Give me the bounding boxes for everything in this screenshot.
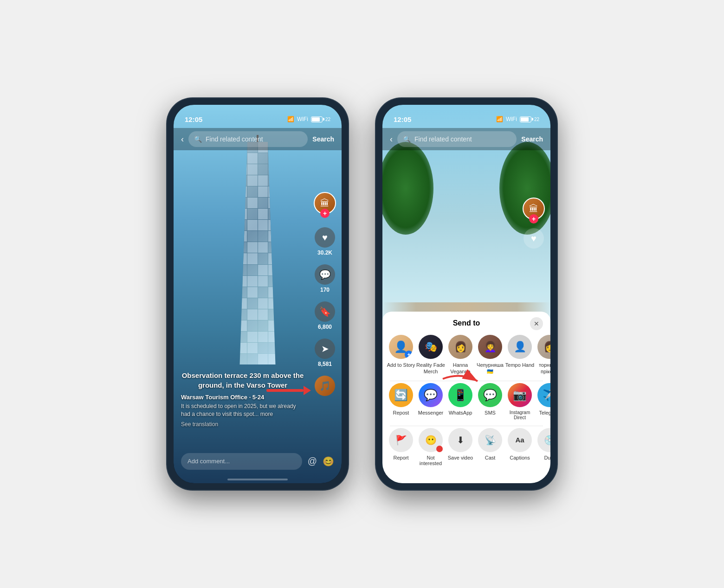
telegram-label: Telegram [539, 410, 550, 415]
repost-label: Repost [393, 410, 409, 415]
signal-icon: 📶 [287, 116, 294, 122]
like-button-1[interactable]: ♥ 30.2K [315, 227, 335, 256]
search-button-1[interactable]: Search [312, 135, 334, 143]
whatsapp-label: WhatsApp [449, 410, 472, 415]
search-placeholder-2: Find related content [414, 135, 472, 143]
at-icon-1[interactable]: @ [308, 456, 317, 467]
actions-row: 🚩 Report 😶 Not interested ⬇ Save video [382, 426, 550, 472]
app-repost[interactable]: 🔄 Repost [386, 383, 416, 420]
reality-avatar: 🎭 [419, 335, 443, 359]
add-story-plus: + [405, 351, 413, 359]
search-placeholder-1: Find related content [206, 135, 263, 143]
chep-avatar: 👩‍🦱 [478, 335, 502, 359]
emoji-icon-1[interactable]: 😊 [323, 456, 334, 467]
phone-2: 12:05 📶 WiFi 22 ‹ 🔍 Find related content… [376, 98, 557, 490]
action-report[interactable]: 🚩 Report [386, 428, 416, 466]
save-video-icon: ⬇ [448, 428, 472, 452]
search-icon-1: 🔍 [194, 135, 202, 143]
search-bar-1: ‹ 🔍 Find related content Search [174, 128, 342, 150]
signal-icon-2: 📶 [496, 116, 503, 122]
app-sms[interactable]: 💬 SMS [475, 383, 505, 420]
cast-label: Cast [485, 455, 496, 460]
add-story-label: Add to Story [387, 362, 415, 368]
cast-icon: 📡 [478, 428, 502, 452]
follow-plus-2[interactable]: + [529, 214, 538, 224]
bookmark-button-1[interactable]: 🔖 6,800 [315, 301, 335, 330]
status-bar-1: 12:05 📶 WiFi 22 [174, 105, 342, 128]
action-cast[interactable]: 📡 Cast [475, 428, 505, 466]
red-arrow-2 [438, 370, 485, 388]
action-save-video[interactable]: ⬇ Save video [446, 428, 475, 466]
search-bar-2: ‹ 🔍 Find related content Search [382, 128, 550, 150]
sheet-title: Send to [453, 319, 480, 327]
search-field-1[interactable]: 🔍 Find related content [188, 131, 308, 147]
status-icons-1: 📶 WiFi 22 [287, 116, 330, 122]
action-duet[interactable]: 💿 Duet [535, 428, 550, 466]
red-arrow-1 [266, 386, 311, 395]
contact-reality[interactable]: 🎭 Reality Fade Merch [416, 335, 446, 375]
wifi-icon: WiFi [297, 116, 308, 122]
add-story-avatar: 👤 + [389, 335, 413, 359]
like-button-2[interactable]: ♥ [524, 228, 544, 249]
status-bar-2: 12:05 📶 WiFi 22 [382, 105, 550, 128]
battery-percent-2: 22 [534, 117, 539, 122]
comment-button-1[interactable]: 💬 170 [315, 264, 335, 293]
contact-add-story[interactable]: 👤 + Add to Story [386, 335, 416, 375]
phone-1: 12:05 📶 WiFi 22 ‹ 🔍 Find related content… [167, 98, 348, 490]
report-label: Report [393, 455, 408, 460]
battery-icon [311, 116, 323, 122]
messenger-label: Messenger [418, 410, 443, 415]
action-not-interested[interactable]: 😶 Not interested [416, 428, 446, 466]
duet-label: Duet [544, 455, 550, 460]
captions-icon: Aa [508, 428, 532, 452]
tornvi-avatar: 👩 [537, 335, 550, 359]
save-video-label: Save video [448, 455, 473, 460]
caption-area-1: Observation terrace 230 m above the grou… [181, 371, 304, 428]
action-captions[interactable]: Aa Captions [505, 428, 535, 466]
comment-bar-1: Add comment... @ 😊 [174, 448, 342, 474]
back-button-1[interactable]: ‹ [181, 134, 184, 144]
sheet-header: Send to ✕ [382, 312, 550, 333]
follow-plus-1[interactable]: + [320, 209, 330, 218]
search-field-2[interactable]: 🔍 Find related content [397, 131, 517, 147]
contact-tempo[interactable]: 👤 Tempo Hand [505, 335, 535, 375]
app-instagram[interactable]: 📷 Instagram Direct [505, 383, 535, 420]
sheet-close-button[interactable]: ✕ [530, 317, 543, 330]
send-to-sheet: Send to ✕ 👤 + Add to Story 🎭 Reality Fad… [382, 312, 550, 483]
share-button-1[interactable]: ➤ 8,581 [315, 339, 335, 367]
hanna-avatar: 👩 [448, 335, 472, 359]
comment-placeholder-1: Add comment... [187, 458, 230, 465]
back-button-2[interactable]: ‹ [390, 134, 393, 144]
instagram-icon: 📷 [508, 383, 532, 407]
search-button-2[interactable]: Search [521, 135, 543, 143]
status-time-1: 12:05 [185, 115, 202, 123]
captions-label: Captions [510, 455, 530, 460]
contact-chep[interactable]: 👩‍🦱 Чепурняша 🇺🇦 [475, 335, 505, 375]
contact-hanna[interactable]: 👩 Hanna Veganna [446, 335, 475, 375]
tornvi-label: торнві і її пріколи [535, 362, 550, 375]
comment-input-1[interactable]: Add comment... [181, 453, 302, 470]
tempo-avatar: 👤 [508, 335, 532, 359]
instagram-label: Instagram Direct [505, 410, 535, 420]
repost-icon: 🔄 [389, 383, 413, 407]
app-telegram[interactable]: ✈️ Telegram [535, 383, 550, 420]
avatar-container-1[interactable]: 🏛 + [314, 192, 336, 214]
app-messenger[interactable]: 💬 Messenger [416, 383, 446, 420]
duet-icon: 💿 [537, 428, 550, 452]
music-button-1[interactable]: 🎵 [315, 376, 335, 396]
tempo-label: Tempo Hand [505, 362, 534, 368]
contact-tornvi[interactable]: 👩 торнві і її пріколи [535, 335, 550, 375]
status-icons-2: 📶 WiFi 22 [496, 116, 539, 122]
not-interested-label: Not interested [416, 455, 446, 466]
tree-left [382, 142, 433, 235]
app-whatsapp[interactable]: 📱 WhatsApp [446, 383, 475, 420]
home-indicator-1 [227, 479, 288, 480]
sms-label: SMS [485, 410, 496, 415]
action-buttons-2: 🏛 + ♥ [523, 198, 545, 249]
avatar-container-2[interactable]: 🏛 + [523, 198, 545, 220]
caption-translate-1[interactable]: See translation [181, 421, 304, 428]
action-buttons-1: 🏛 + ♥ 30.2K 💬 170 🔖 6,800 ➤ 8,581 [314, 192, 336, 396]
battery-icon-2 [520, 116, 531, 122]
battery-percent: 22 [325, 117, 330, 122]
telegram-icon: ✈️ [537, 383, 550, 407]
